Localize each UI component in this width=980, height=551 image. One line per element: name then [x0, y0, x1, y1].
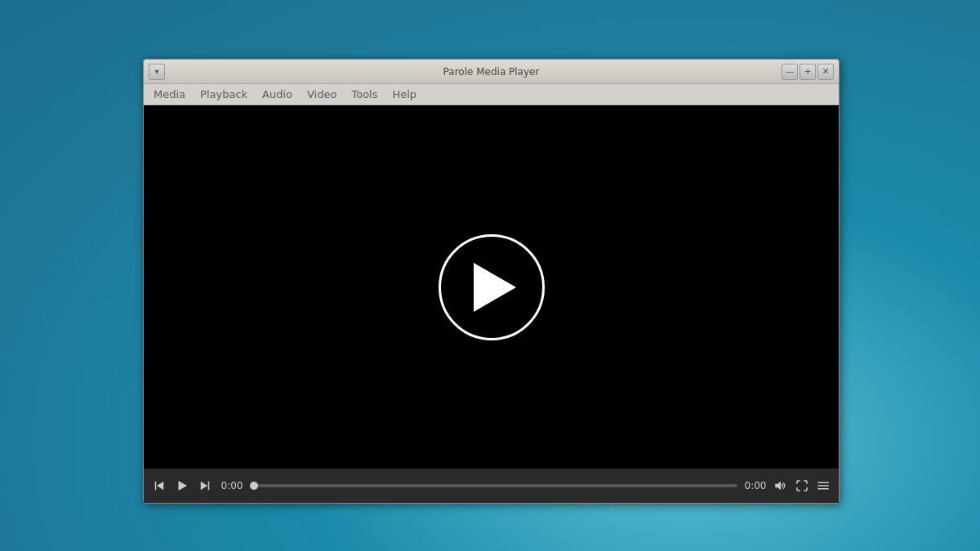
player-menu-button[interactable] — [814, 477, 832, 495]
skip-back-button[interactable] — [150, 477, 168, 495]
controls-bar: 0:00 0:00 — [144, 469, 839, 503]
play-icon — [175, 478, 189, 493]
minimize-button[interactable]: — — [782, 64, 798, 80]
play-icon — [474, 263, 516, 312]
titlebar-menu-button[interactable]: ▾ — [149, 64, 165, 80]
menu-item-playback[interactable]: Playback — [194, 87, 254, 102]
svg-rect-0 — [155, 482, 157, 491]
menu-item-media[interactable]: Media — [147, 87, 192, 102]
progress-area[interactable] — [250, 484, 737, 487]
volume-icon — [773, 478, 788, 493]
svg-rect-8 — [817, 488, 829, 490]
media-player-window: ▾ Parole Media Player — + ✕ Media Playba… — [143, 59, 840, 504]
progress-dot[interactable] — [250, 482, 258, 490]
svg-marker-4 — [201, 482, 207, 491]
window-title: Parole Media Player — [144, 66, 839, 78]
svg-marker-5 — [775, 482, 781, 491]
titlebar: ▾ Parole Media Player — + ✕ — [144, 60, 839, 84]
menu-item-audio[interactable]: Audio — [256, 87, 299, 102]
svg-rect-6 — [817, 482, 829, 484]
time-total: 0:00 — [742, 480, 768, 491]
center-play-button[interactable] — [439, 234, 545, 340]
svg-marker-2 — [179, 481, 188, 491]
volume-button[interactable] — [772, 477, 790, 495]
maximize-button[interactable]: + — [800, 64, 816, 80]
progress-track[interactable] — [250, 484, 737, 487]
menu-item-help[interactable]: Help — [385, 87, 423, 102]
play-button[interactable] — [173, 477, 191, 495]
skip-forward-button[interactable] — [196, 477, 214, 495]
desktop: ▾ Parole Media Player — + ✕ Media Playba… — [0, 0, 980, 551]
skip-back-icon — [152, 478, 167, 493]
fullscreen-icon — [795, 478, 809, 493]
menu-item-tools[interactable]: Tools — [345, 87, 384, 102]
hamburger-icon — [816, 478, 831, 493]
svg-rect-7 — [817, 485, 829, 487]
titlebar-controls: — + ✕ — [782, 64, 834, 80]
video-display[interactable] — [144, 105, 839, 469]
menubar: Media Playback Audio Video Tools Help — [144, 84, 839, 105]
close-button[interactable]: ✕ — [817, 64, 834, 80]
svg-rect-3 — [208, 482, 210, 491]
skip-forward-icon — [198, 478, 212, 493]
menu-item-video[interactable]: Video — [301, 87, 343, 102]
svg-marker-1 — [157, 482, 163, 491]
right-controls: 0:00 — [742, 477, 832, 495]
time-current: 0:00 — [219, 480, 245, 491]
fullscreen-button[interactable] — [793, 477, 811, 495]
